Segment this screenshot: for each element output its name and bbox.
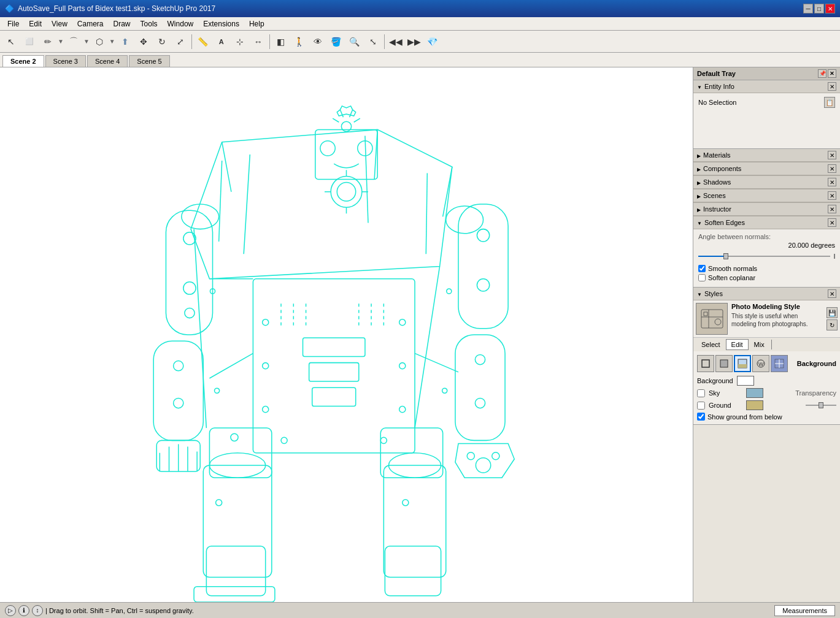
styles-tab-separator	[771, 340, 772, 349]
dimensions-tool[interactable]: ↔	[250, 33, 267, 50]
toolbar-separator-1	[191, 34, 192, 49]
materials-close-button[interactable]: ✕	[828, 151, 836, 159]
scene-tab-4[interactable]: Scene 4	[87, 55, 128, 67]
scene-tab-3[interactable]: Scene 3	[45, 55, 86, 67]
status-icon-2: ℹ	[18, 605, 29, 616]
transparency-slider-thumb[interactable]	[819, 402, 823, 408]
move-tool[interactable]: ✥	[135, 33, 152, 50]
entity-info-header-left: Entity Info	[697, 83, 734, 90]
style-save-button[interactable]: 💾	[827, 307, 838, 318]
eraser-tool[interactable]: ⬜	[21, 33, 38, 50]
viewport-canvas	[0, 67, 693, 602]
menu-file[interactable]: File	[2, 18, 24, 29]
shadows-header[interactable]: Shadows ✕	[693, 176, 840, 189]
no-selection-text: No Selection	[698, 99, 736, 106]
background-color-swatch[interactable]	[737, 376, 754, 386]
section-plane-tool[interactable]: ◧	[272, 33, 290, 50]
angle-slider-thumb[interactable]	[723, 253, 728, 259]
status-icon-3: ↕	[32, 605, 43, 616]
styles-tab-select[interactable]: Select	[696, 339, 726, 350]
modeling-settings-icon[interactable]	[771, 355, 788, 372]
styles-tab-edit[interactable]: Edit	[726, 339, 749, 350]
status-message: | Drag to orbit. Shift = Pan, Ctrl = sus…	[45, 607, 194, 614]
menu-help[interactable]: Help	[244, 18, 269, 29]
edge-settings-icon[interactable]	[697, 355, 714, 372]
sky-row: Sky Transparency	[697, 388, 836, 398]
arc-tool[interactable]: ⌒	[65, 33, 82, 50]
axes-tool[interactable]: ⊹	[231, 33, 249, 50]
styles-section: Styles ✕	[693, 288, 840, 425]
ground-color-swatch[interactable]	[746, 400, 763, 410]
face-settings-icon[interactable]	[715, 355, 733, 372]
entity-info-section: Entity Info ✕ No Selection 📋	[693, 80, 840, 149]
ground-checkbox[interactable]	[697, 402, 705, 410]
menu-draw[interactable]: Draw	[109, 18, 136, 29]
instructor-close-button[interactable]: ✕	[828, 205, 836, 213]
entity-info-close-button[interactable]: ✕	[828, 82, 836, 91]
maximize-button[interactable]: □	[814, 4, 824, 13]
circle-tool[interactable]: ⬡	[91, 33, 108, 50]
instructor-header[interactable]: Instructor ✕	[693, 203, 840, 216]
soften-edges-header[interactable]: Soften Edges ✕	[693, 216, 840, 229]
rotate-tool[interactable]: ↻	[153, 33, 171, 50]
sky-checkbox[interactable]	[697, 389, 705, 397]
scenes-collapse-icon	[697, 192, 701, 199]
components-label: Components	[703, 165, 741, 172]
materials-header[interactable]: Materials ✕	[693, 149, 840, 162]
soften-edges-header-left: Soften Edges	[697, 219, 745, 226]
search-tool[interactable]: 🔍	[346, 33, 363, 50]
push-pull-tool[interactable]: ⬆	[117, 33, 134, 50]
menu-camera[interactable]: Camera	[72, 18, 109, 29]
components-header[interactable]: Components ✕	[693, 162, 840, 175]
walk-tool[interactable]: 🚶	[291, 33, 308, 50]
look-around-tool[interactable]: 👁	[309, 33, 326, 50]
select-tool[interactable]: ↖	[2, 33, 20, 50]
menu-tools[interactable]: Tools	[136, 18, 163, 29]
menu-view[interactable]: View	[47, 18, 72, 29]
scene-tab-2[interactable]: Scene 2	[2, 55, 44, 67]
background-settings-icon[interactable]	[734, 355, 751, 372]
paint-bucket-tool[interactable]: 🪣	[328, 33, 345, 50]
minimize-button[interactable]: ─	[803, 4, 813, 13]
style-refresh-button[interactable]: ↻	[827, 319, 838, 330]
svg-rect-97	[738, 364, 747, 368]
smooth-normals-checkbox[interactable]	[698, 265, 706, 272]
soften-edges-close-button[interactable]: ✕	[828, 218, 836, 227]
next-scene-btn[interactable]: ▶▶	[406, 33, 423, 50]
entity-edit-button[interactable]: 📋	[824, 97, 835, 108]
sky-color-swatch[interactable]	[746, 388, 763, 398]
styles-header[interactable]: Styles ✕	[693, 288, 840, 300]
text-tool[interactable]: A	[213, 33, 230, 50]
tray-close-button[interactable]: ✕	[828, 69, 836, 78]
tray-pin-button[interactable]: 📌	[818, 69, 827, 78]
previous-scene-btn[interactable]: ◀◀	[387, 33, 404, 50]
styles-close-button[interactable]: ✕	[828, 289, 836, 298]
angle-slider-container[interactable]	[698, 251, 835, 261]
entity-info-header[interactable]: Entity Info ✕	[693, 80, 840, 93]
components-close-button[interactable]: ✕	[828, 164, 836, 173]
default-tray-header: Default Tray 📌 ✕	[693, 67, 840, 80]
zoom-extents-tool[interactable]: ⤡	[364, 33, 382, 50]
canvas-area[interactable]	[0, 67, 693, 602]
close-button[interactable]: ✕	[825, 4, 835, 13]
menu-extensions[interactable]: Extensions	[198, 18, 244, 29]
title-bar-controls[interactable]: ─ □ ✕	[803, 4, 835, 13]
soften-coplanar-checkbox[interactable]	[698, 274, 706, 281]
scenes-close-button[interactable]: ✕	[828, 191, 836, 200]
styles-tab-mix[interactable]: Mix	[749, 339, 770, 350]
scenes-header[interactable]: Scenes ✕	[693, 189, 840, 202]
scene-tab-5[interactable]: Scene 5	[129, 55, 169, 67]
transparency-label: Transparency	[795, 389, 836, 397]
tape-measure-tool[interactable]: 📏	[195, 33, 212, 50]
menu-edit[interactable]: Edit	[24, 18, 47, 29]
ruby-btn[interactable]: 💎	[424, 33, 441, 50]
shadows-close-button[interactable]: ✕	[828, 178, 836, 186]
scale-tool[interactable]: ⤢	[172, 33, 189, 50]
pencil-tool[interactable]: ✏	[39, 33, 56, 50]
show-ground-row: Show ground from below	[697, 413, 836, 421]
show-ground-checkbox[interactable]	[697, 413, 705, 421]
menu-window[interactable]: Window	[163, 18, 199, 29]
svg-rect-95	[720, 360, 728, 367]
style-edit-icons-row: W Background	[697, 355, 836, 372]
watermark-settings-icon[interactable]: W	[752, 355, 769, 372]
